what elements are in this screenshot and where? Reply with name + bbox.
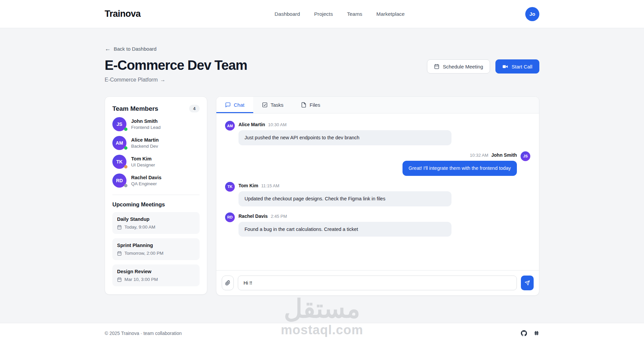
status-dot	[124, 165, 127, 168]
arrow-left-icon: ←	[105, 46, 111, 52]
meeting-list: Daily Standup Today, 9:00 AM Sprint Plan…	[112, 212, 200, 286]
member-avatar: TK	[112, 155, 126, 169]
paperclip-icon	[225, 280, 230, 286]
chat-message: RD Rachel Davis 2:45 PM Found a bug in t…	[225, 212, 530, 237]
meeting-name: Design Review	[117, 269, 195, 274]
back-to-dashboard-link[interactable]: ← Back to Dashboard	[105, 46, 157, 52]
message-input[interactable]	[238, 276, 517, 290]
brand-logo[interactable]: Trainova	[105, 9, 141, 19]
message-avatar: AM	[225, 121, 235, 131]
attach-button[interactable]	[222, 276, 234, 290]
meeting-time: Today, 9:00 AM	[124, 225, 155, 230]
meeting-card: Sprint Planning Tomorrow, 2:00 PM	[112, 238, 200, 260]
project-label: E-Commerce Platform	[105, 77, 158, 83]
member-count-badge: 4	[189, 105, 200, 112]
message-time: 10:32 AM	[470, 153, 488, 158]
member-role: UI Designer	[131, 162, 155, 167]
arrow-right-icon: →	[160, 77, 165, 83]
calendar-icon	[117, 251, 122, 256]
page: Trainova Dashboard Projects Teams Market…	[0, 0, 644, 343]
main-content: ← Back to Dashboard E-Commerce Dev Team …	[105, 28, 539, 323]
member-avatar: AM	[112, 136, 126, 150]
start-call-button[interactable]: Start Call	[495, 59, 539, 74]
page-footer: © 2025 Trainova · team collaboration	[0, 323, 644, 343]
video-camera-icon	[502, 64, 508, 69]
member-row: JS John Smith Frontend Lead	[112, 117, 200, 131]
chat-message: JS John Smith 10:32 AM Great! I'll integ…	[225, 151, 530, 176]
nav-link[interactable]: Dashboard	[275, 11, 300, 17]
message-time: 11:15 AM	[261, 183, 279, 188]
tab-files[interactable]: Files	[292, 97, 329, 113]
copyright-text: © 2025 Trainova · team collaboration	[105, 331, 182, 336]
tab-bar: Chat Tasks Files	[216, 97, 539, 113]
main-nav: Dashboard Projects Teams Marketplace	[154, 11, 525, 17]
member-list: JS John Smith Frontend Lead AM	[112, 117, 200, 188]
file-icon	[301, 102, 307, 108]
message-avatar: JS	[521, 151, 530, 161]
meeting-card: Design Review Mar 10, 3:00 PM	[112, 264, 200, 286]
message-author: Rachel Davis	[238, 213, 268, 219]
calendar-icon	[434, 64, 439, 69]
message-time: 10:30 AM	[268, 122, 286, 127]
meeting-name: Daily Standup	[117, 216, 195, 222]
send-button[interactable]	[521, 276, 534, 290]
chat-bubble-icon	[225, 102, 231, 108]
member-role: QA Engineer	[131, 181, 161, 186]
github-icon[interactable]	[521, 330, 527, 336]
member-name: Rachel Davis	[131, 175, 161, 180]
meeting-time: Tomorrow, 2:00 PM	[124, 251, 163, 256]
message-bubble: Great! I'll integrate them with the fron…	[402, 161, 517, 176]
member-row: RD Rachel Davis QA Engineer	[112, 174, 200, 188]
message-bubble: Just pushed the new API endpoints to the…	[238, 130, 451, 145]
member-role: Backend Dev	[131, 144, 159, 149]
member-name: John Smith	[131, 118, 161, 124]
meeting-name: Sprint Planning	[117, 243, 195, 248]
nav-link[interactable]: Projects	[314, 11, 333, 17]
checkbox-icon	[262, 102, 268, 108]
status-dot	[124, 184, 127, 187]
member-avatar: RD	[112, 174, 126, 188]
send-icon	[525, 280, 530, 286]
message-avatar: TK	[225, 182, 235, 192]
message-bubble: Found a bug in the cart calculations. Cr…	[238, 222, 451, 237]
calendar-icon	[117, 225, 122, 230]
project-link[interactable]: E-Commerce Platform →	[105, 77, 165, 83]
status-dot	[124, 146, 127, 150]
top-navbar: Trainova Dashboard Projects Teams Market…	[0, 0, 644, 28]
message-author: John Smith	[491, 152, 517, 158]
meeting-time: Mar 10, 3:00 PM	[124, 277, 158, 282]
meeting-card: Daily Standup Today, 9:00 AM	[112, 212, 200, 234]
team-sidebar: Team Members 4 JS John Smith	[105, 96, 207, 295]
chat-panel: Chat Tasks Files	[216, 96, 539, 296]
message-avatar: RD	[225, 212, 235, 222]
page-title: E-Commerce Dev Team	[105, 57, 247, 73]
nav-link[interactable]: Teams	[347, 11, 362, 17]
schedule-meeting-button[interactable]: Schedule Meeting	[427, 59, 490, 74]
member-role: Frontend Lead	[131, 125, 161, 130]
chat-message: AM Alice Martin 10:30 AM Just pushed the…	[225, 121, 530, 145]
upcoming-meetings-title: Upcoming Meetings	[112, 201, 200, 208]
message-author: Alice Martin	[238, 122, 265, 127]
user-avatar[interactable]: Jo	[525, 7, 539, 21]
back-label: Back to Dashboard	[114, 46, 157, 52]
member-name: Alice Martin	[131, 137, 159, 143]
member-avatar: JS	[112, 117, 126, 131]
member-row: TK Tom Kim UI Designer	[112, 155, 200, 169]
tab-tasks[interactable]: Tasks	[253, 97, 292, 113]
message-author: Tom Kim	[238, 183, 258, 188]
member-name: Tom Kim	[131, 156, 155, 161]
message-input-bar	[216, 270, 539, 295]
slack-icon[interactable]	[534, 330, 539, 336]
message-bubble: Updated the checkout page designs. Check…	[238, 191, 451, 206]
member-row: AM Alice Martin Backend Dev	[112, 136, 200, 150]
message-list: AM Alice Martin 10:30 AM Just pushed the…	[216, 113, 539, 270]
nav-link[interactable]: Marketplace	[376, 11, 405, 17]
message-time: 2:45 PM	[271, 214, 287, 219]
tab-chat[interactable]: Chat	[216, 97, 253, 113]
team-members-title: Team Members	[112, 105, 158, 112]
status-dot	[124, 128, 127, 131]
sidebar-divider	[112, 195, 200, 195]
calendar-icon	[117, 277, 122, 282]
chat-message: TK Tom Kim 11:15 AM Updated the checkout…	[225, 182, 530, 206]
